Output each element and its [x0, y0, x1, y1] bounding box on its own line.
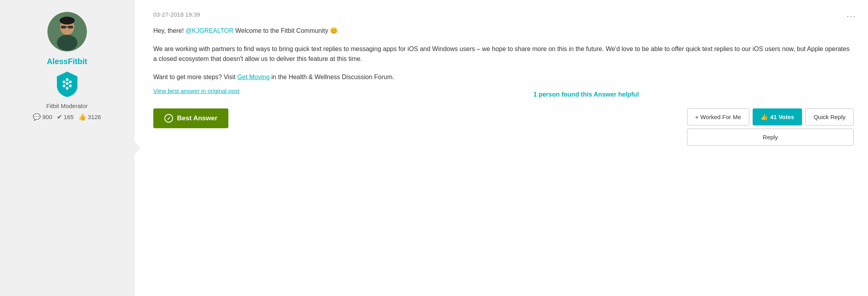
- svg-point-12: [69, 85, 72, 87]
- svg-point-5: [57, 35, 77, 51]
- helpful-text: 1 person found this Answer helpful: [454, 91, 639, 98]
- votes-label: 41 Votes: [770, 114, 795, 120]
- post-footer-paragraph: Want to get more steps? Visit Get Moving…: [153, 72, 854, 82]
- fitbit-badge-icon: [55, 71, 79, 98]
- worked-for-me-label: + Worked For Me: [695, 114, 741, 120]
- best-answer-label: Best Answer: [177, 114, 217, 122]
- role-label: Fitbit Moderator: [46, 102, 88, 109]
- votes-button[interactable]: 👍 41 Votes: [753, 108, 802, 125]
- want-steps-text: Want to get more steps? Visit: [153, 74, 237, 80]
- right-actions: + Worked For Me 👍 41 Votes Quick Reply R…: [687, 108, 854, 146]
- votes-thumb-icon: 👍: [761, 114, 768, 121]
- username[interactable]: AlessFitbit: [47, 57, 87, 66]
- reply-row: Reply: [687, 129, 854, 146]
- stats-row: 💬 900 ✔ 165 👍 3126: [33, 113, 101, 121]
- chevron-divider: [134, 140, 140, 156]
- more-options-button[interactable]: ···: [847, 11, 856, 21]
- worked-for-me-button[interactable]: + Worked For Me: [687, 108, 749, 125]
- svg-point-11: [66, 87, 68, 90]
- svg-rect-3: [68, 26, 73, 28]
- quick-reply-button[interactable]: Quick Reply: [805, 108, 854, 125]
- main-content: 03-27-2018 19:39 ··· Hey, there! @KJGREA…: [134, 0, 868, 296]
- want-steps-rest: in the Health & Wellness Discussion Foru…: [269, 74, 394, 80]
- post-timestamp: 03-27-2018 19:39: [153, 11, 854, 18]
- svg-point-8: [66, 78, 68, 81]
- check-icon: ✔: [57, 113, 62, 121]
- view-and-helpful-row: View best answer in original post 1 pers…: [153, 87, 854, 101]
- action-buttons-row: + Worked For Me 👍 41 Votes Quick Reply: [687, 108, 854, 125]
- post-body-paragraph: We are working with partners to find way…: [153, 44, 854, 64]
- best-answer-button[interactable]: ✓ Best Answer: [153, 108, 228, 128]
- svg-point-9: [69, 81, 72, 83]
- greeting-rest: Welcome to the Fitbit Community 😊: [233, 27, 338, 34]
- check-circle-icon: ✓: [164, 114, 173, 123]
- comments-stat: 💬 900: [33, 113, 52, 121]
- quick-reply-label: Quick Reply: [813, 114, 845, 120]
- post-greeting: Hey, there! @KJGREALTOR Welcome to the F…: [153, 26, 854, 36]
- mention-link[interactable]: @KJGREALTOR: [186, 27, 233, 34]
- sidebar: AlessFitbit Fitbit Moderator 💬 900 ✔ 165…: [0, 0, 134, 296]
- view-best-answer-link[interactable]: View best answer in original post: [153, 87, 239, 94]
- svg-point-6: [60, 17, 75, 25]
- avatar: [47, 12, 87, 51]
- check-stat: ✔ 165: [57, 113, 73, 121]
- get-moving-link[interactable]: Get Moving: [237, 74, 270, 80]
- svg-rect-2: [61, 26, 66, 28]
- reply-label: Reply: [763, 134, 778, 140]
- thumb-icon: 👍: [78, 113, 86, 121]
- svg-point-7: [62, 81, 65, 83]
- comments-icon: 💬: [33, 113, 41, 121]
- comments-count: 900: [42, 114, 52, 120]
- body-text: We are working with partners to find way…: [153, 46, 849, 63]
- svg-point-10: [62, 85, 65, 87]
- reply-button[interactable]: Reply: [687, 129, 854, 146]
- greeting-text: Hey, there!: [153, 27, 186, 34]
- svg-point-13: [66, 82, 68, 85]
- check-count: 165: [64, 114, 73, 120]
- likes-count: 3126: [88, 114, 101, 120]
- likes-stat: 👍 3126: [78, 113, 101, 121]
- actions-row: ✓ Best Answer + Worked For Me 👍 41 Votes…: [153, 108, 854, 146]
